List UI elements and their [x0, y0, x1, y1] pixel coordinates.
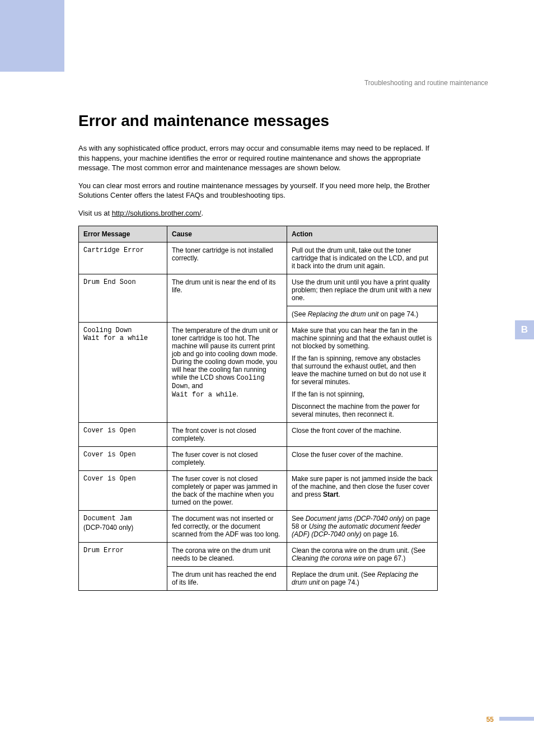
cell-cause: The fuser cover is not closed completely… [167, 471, 287, 511]
cell-error-message: Drum End Soon [79, 274, 167, 323]
cell-error-message: Cover is Open [79, 447, 167, 471]
cause-text: . [236, 390, 238, 398]
cell-cause: The corona wire on the drum unit needs t… [167, 543, 287, 567]
error-table: Error Message Cause Action Cartridge Err… [78, 226, 438, 591]
page-title: Error and maintenance messages [78, 112, 438, 130]
cell-action: Pull out the drum unit, take out the ton… [287, 242, 438, 274]
visit-link[interactable]: http://solutions.brother.com/ [112, 209, 202, 217]
table-row: Cartridge Error The toner cartridge is n… [79, 242, 438, 274]
cell-cause: The drum unit is near the end of its lif… [167, 274, 287, 323]
msg-line: Cooling Down [83, 326, 132, 334]
cell-cause: The temperature of the drum unit or tone… [167, 323, 287, 423]
header-band [0, 0, 534, 72]
page-number: 55 [486, 716, 494, 724]
cell-error-message: Document Jam (DCP-7040 only) [79, 511, 167, 543]
intro-paragraph-2: You can clear most errors and routine ma… [78, 181, 438, 200]
cell-action: Make sure paper is not jammed inside the… [287, 471, 438, 511]
cell-cause: The front cover is not closed completely… [167, 423, 287, 447]
table-row: Cooling Down Wait for a while The temper… [79, 323, 438, 423]
section-tab: B [515, 320, 534, 339]
cell-action: Replace the drum unit. (See Replacing th… [287, 567, 438, 591]
cause-text: , and [188, 382, 203, 390]
visit-paragraph: Visit us at http://solutions.brother.com… [78, 208, 438, 218]
cause-text: The temperature of the drum unit or tone… [172, 326, 278, 381]
cell-action: See Document jams (DCP-7040 only) on pag… [287, 511, 438, 543]
visit-prefix: Visit us at [78, 209, 112, 217]
cell-error-message: Cover is Open [79, 423, 167, 447]
action-bold: Start [323, 491, 338, 498]
action-text: Clean the corona wire on the drum unit. … [292, 547, 425, 554]
th-error-message: Error Message [79, 226, 167, 242]
table-row: Document Jam (DCP-7040 only) The documen… [79, 511, 438, 543]
msg-code: Document Jam [83, 515, 132, 522]
table-row: Cover is Open The fuser cover is not clo… [79, 447, 438, 471]
th-action: Action [287, 226, 438, 242]
action-text: Replace the drum unit. (See [292, 571, 377, 578]
table-row: Cover is Open The front cover is not clo… [79, 423, 438, 447]
action-text: Make sure paper is not jammed inside the… [292, 475, 432, 498]
action-ref: Using the automatic document feeder (ADF… [292, 522, 420, 538]
main-content: Error and maintenance messages As with a… [78, 112, 438, 591]
cell-cause: The toner cartridge is not installed cor… [167, 242, 287, 274]
action-text: (See [292, 310, 308, 318]
page-number-bar [499, 717, 534, 721]
action-ref: Document jams (DCP-7040 only) [306, 515, 404, 522]
action-paragraph: If the fan is spinning, remove any obsta… [292, 354, 433, 386]
cell-cause: The drum unit has reached the end of its… [167, 567, 287, 591]
table-row: Drum Error The corona wire on the drum u… [79, 543, 438, 567]
cell-cause: The fuser cover is not closed completely… [167, 447, 287, 471]
cause-mono: Wait for a while [172, 391, 236, 399]
cell-cause: The document was not inserted or fed cor… [167, 511, 287, 543]
action-paragraph: Make sure that you can hear the fan in t… [292, 326, 433, 350]
cell-error-message: Cooling Down Wait for a while [79, 323, 167, 423]
table-row: Cover is Open The fuser cover is not clo… [79, 471, 438, 511]
header-band-white [64, 0, 534, 72]
msg-line: Wait for a while [83, 334, 148, 342]
action-text: See [292, 515, 306, 522]
cell-action: Clean the corona wire on the drum unit. … [287, 543, 438, 567]
action-paragraph: Disconnect the machine from the power fo… [292, 403, 433, 418]
action-paragraph: If the fan is not spinning, [292, 390, 433, 398]
header-band-blue [0, 0, 64, 72]
cell-action: Use the drum unit until you have a print… [287, 274, 438, 306]
cell-action: (See Replacing the drum unit on page 74.… [287, 306, 438, 323]
cell-action: Make sure that you can hear the fan in t… [287, 323, 438, 423]
breadcrumb: Troubleshooting and routine maintenance [364, 79, 488, 87]
cell-error-message: Cover is Open [79, 471, 167, 511]
table-row: Drum End Soon The drum unit is near the … [79, 274, 438, 306]
cell-error-message: Cartridge Error [79, 242, 167, 274]
page: Troubleshooting and routine maintenance … [0, 0, 534, 756]
cell-action: Close the front cover of the machine. [287, 423, 438, 447]
table-header-row: Error Message Cause Action [79, 226, 438, 242]
action-text: on page 74.) [320, 578, 359, 586]
action-text: . [338, 491, 340, 498]
th-cause: Cause [167, 226, 287, 242]
cell-action: Close the fuser cover of the machine. [287, 447, 438, 471]
action-text: on page 67.) [366, 554, 406, 562]
msg-note: (DCP-7040 only) [83, 524, 162, 531]
action-text: on page 74.) [378, 310, 418, 318]
action-text: on page 16. [362, 530, 399, 538]
action-ref: Replacing the drum unit [308, 310, 379, 318]
intro-paragraph-1: As with any sophisticated office product… [78, 143, 438, 173]
visit-suffix: . [201, 209, 203, 217]
cell-error-message: Drum Error [79, 543, 167, 591]
action-ref: Cleaning the corona wire [292, 554, 366, 562]
